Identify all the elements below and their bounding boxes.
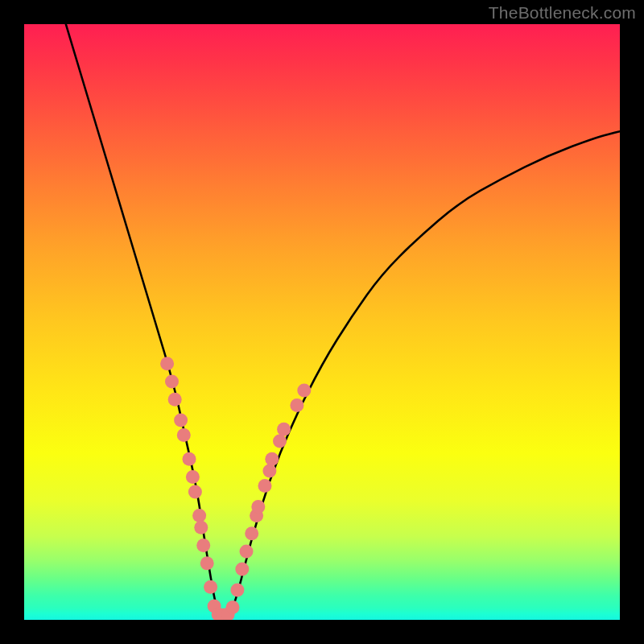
- highlight-dot: [265, 452, 279, 466]
- highlight-dot: [200, 556, 214, 570]
- highlight-dot: [194, 521, 208, 535]
- bottleneck-curve: [66, 24, 620, 620]
- highlight-dot: [258, 479, 272, 493]
- highlight-dot: [251, 500, 265, 514]
- highlight-dot: [204, 580, 217, 594]
- highlight-dot: [177, 428, 191, 442]
- chart-overlay: [24, 24, 620, 620]
- frame: TheBottleneck.com: [0, 0, 644, 644]
- highlight-dot: [160, 357, 174, 370]
- highlight-dot: [262, 464, 276, 478]
- highlight-dot: [174, 414, 188, 427]
- highlight-dots-group: [160, 357, 311, 620]
- highlight-dot: [183, 452, 196, 466]
- highlight-dot: [168, 393, 182, 407]
- watermark-text: TheBottleneck.com: [489, 3, 636, 23]
- highlight-dot: [235, 563, 249, 576]
- highlight-dot: [230, 584, 244, 597]
- highlight-dot: [188, 485, 202, 498]
- highlight-dot: [226, 601, 240, 614]
- highlight-dot: [192, 509, 206, 522]
- plot-area: [24, 24, 620, 620]
- highlight-dot: [245, 526, 258, 540]
- highlight-dot: [290, 398, 303, 412]
- highlight-dot: [277, 423, 291, 436]
- highlight-dot: [165, 375, 179, 389]
- highlight-dot: [297, 384, 311, 398]
- highlight-dot: [240, 544, 254, 558]
- highlight-dot: [196, 539, 210, 552]
- highlight-dot: [186, 470, 200, 484]
- highlight-dot: [273, 435, 287, 448]
